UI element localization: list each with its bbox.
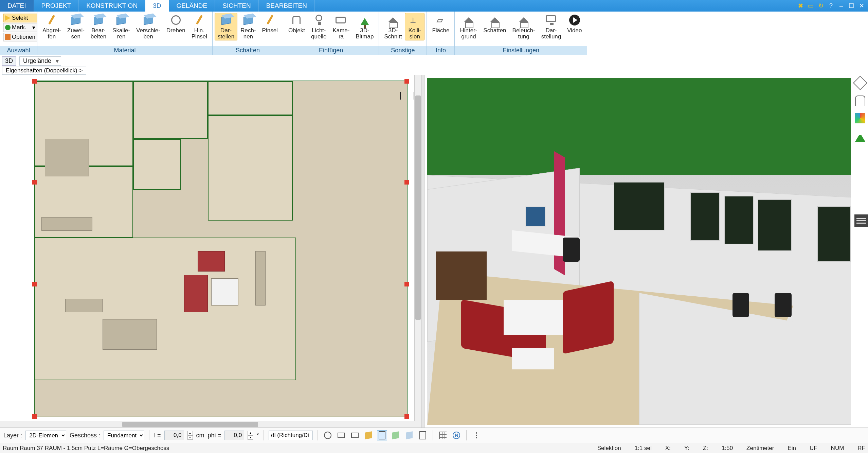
- vscrollbar[interactable]: [414, 75, 421, 421]
- north-icon[interactable]: N: [451, 430, 462, 440]
- room: [208, 115, 293, 221]
- help-icon[interactable]: ?: [827, 1, 835, 10]
- tab-konstruktion[interactable]: KONSTRUKTION: [79, 0, 145, 12]
- close-icon[interactable]: ✕: [857, 1, 866, 10]
- group-einfuegen-label: Einfügen: [283, 46, 379, 55]
- tab-bearbeiten[interactable]: BEARBEITEN: [259, 0, 315, 12]
- monitor-icon: [546, 15, 556, 22]
- length-spinner[interactable]: ▴▾: [187, 431, 193, 440]
- tab-3d[interactable]: 3D: [145, 0, 169, 12]
- palette-icon[interactable]: [855, 113, 865, 123]
- group-material-label: Material: [37, 46, 212, 55]
- group-auswahl-label: Auswahl: [0, 46, 37, 55]
- drehen-label: Drehen: [166, 28, 185, 34]
- layers-tool-icon[interactable]: [391, 430, 401, 440]
- properties-hint[interactable]: Eigenschaften (Doppelklick)->: [2, 67, 86, 75]
- flaeche-button[interactable]: ▱Fläche: [429, 13, 452, 34]
- dl-input[interactable]: [269, 431, 313, 440]
- selekt-button[interactable]: Selekt: [3, 14, 37, 22]
- abgreifen-label: Abgrei- fen: [42, 28, 61, 40]
- bitmap-button[interactable]: 3D- Bitmap: [352, 13, 377, 40]
- drehen-button[interactable]: Drehen: [163, 13, 188, 34]
- stack-icon[interactable]: [363, 430, 374, 440]
- pinsel-button[interactable]: Pinsel: [259, 13, 281, 34]
- sheet-icon[interactable]: [377, 430, 387, 440]
- rechnen-button[interactable]: Rech- nen: [237, 13, 259, 40]
- status-uf: UF: [810, 445, 817, 452]
- mark-button[interactable]: Mark.▾: [3, 23, 37, 32]
- geschoss-select[interactable]: Fundament: [104, 431, 144, 440]
- status-rf: RF: [857, 445, 865, 452]
- refresh-icon[interactable]: ↻: [816, 1, 825, 10]
- skalieren-button[interactable]: Skalie- ren: [109, 13, 133, 40]
- phi-input[interactable]: [224, 431, 244, 440]
- group-info-label: Info: [427, 46, 454, 55]
- room: [133, 139, 181, 190]
- status-y: Y:: [684, 445, 689, 452]
- view-3d-viewport[interactable]: [424, 75, 868, 428]
- cube-icon: [221, 15, 231, 25]
- phi-spinner[interactable]: ▴▾: [248, 431, 253, 440]
- objekt-button[interactable]: Objekt: [285, 13, 308, 34]
- tools-icon[interactable]: ✖: [796, 1, 805, 10]
- play-icon: [569, 15, 580, 25]
- vscroll-thumb[interactable]: [415, 95, 421, 320]
- layer-select[interactable]: 2D-Elemen: [25, 431, 66, 440]
- darstellung-button[interactable]: Dar- stellung: [538, 13, 564, 40]
- sheet2-icon[interactable]: [418, 430, 428, 440]
- hscroll-thumb[interactable]: [122, 422, 258, 427]
- tab-datei[interactable]: DATEI: [0, 0, 34, 12]
- clock-icon[interactable]: [323, 430, 333, 440]
- maximize-icon[interactable]: ☐: [847, 1, 856, 10]
- tab-sichten[interactable]: SICHTEN: [215, 0, 258, 12]
- minimize-icon[interactable]: –: [837, 1, 846, 10]
- pane-splitter[interactable]: [421, 75, 424, 428]
- length-input[interactable]: [164, 431, 184, 440]
- side-panel-handle[interactable]: [854, 214, 868, 227]
- bitmap-label: 3D- Bitmap: [356, 28, 374, 40]
- zuweisen-button[interactable]: Zuwei- sen: [64, 13, 88, 40]
- rotate-icon: [171, 15, 181, 25]
- hinpinsel-button[interactable]: Hin. Pinsel: [188, 13, 210, 40]
- marker: [32, 282, 37, 286]
- furniture-catalog-icon[interactable]: [855, 95, 865, 106]
- verschieben-button[interactable]: Verschie- ben: [133, 13, 163, 40]
- beleuchtung-label: Beleuch- tung: [512, 28, 535, 40]
- monitor-tool-icon[interactable]: [336, 430, 346, 440]
- layers-icon[interactable]: [853, 76, 867, 90]
- cursor-icon: [5, 15, 11, 21]
- schatten-settings-button[interactable]: Schatten: [480, 13, 509, 34]
- bearbeiten-button[interactable]: Bear- beiten: [88, 13, 109, 40]
- camera-tool-icon[interactable]: [350, 430, 360, 440]
- window-icon[interactable]: ▭: [806, 1, 815, 10]
- kamera-button[interactable]: Kame- ra: [329, 13, 352, 40]
- optionen-button[interactable]: Optionen: [3, 33, 37, 41]
- status-bar: Raum Raum 37 RAUM - 1.5cm Putz L=Räume G…: [0, 443, 868, 453]
- tab-projekt[interactable]: PROJEKT: [34, 0, 79, 12]
- darstellen-button[interactable]: Dar- stellen: [215, 13, 237, 40]
- lichtquelle-button[interactable]: Licht- quelle: [308, 13, 329, 40]
- terrain-combo[interactable]: Urgelände: [19, 56, 61, 66]
- schnitt-button[interactable]: 3D- Schnitt: [381, 13, 405, 40]
- vegetation-icon[interactable]: [855, 131, 865, 142]
- grid-icon[interactable]: [438, 430, 448, 440]
- abgreifen-button[interactable]: Abgrei- fen: [39, 13, 64, 40]
- video-button[interactable]: Video: [564, 13, 585, 34]
- plan-2d-viewport[interactable]: [0, 75, 421, 428]
- floor-plan: [34, 81, 408, 417]
- beleuchtung-button[interactable]: Beleuch- tung: [509, 13, 538, 40]
- hscrollbar[interactable]: [0, 421, 421, 428]
- plane-icon[interactable]: [404, 430, 414, 440]
- objekt-label: Objekt: [288, 28, 305, 34]
- hintergrund-button[interactable]: Hinter- grund: [457, 13, 480, 40]
- room: [208, 81, 293, 115]
- pinsel-label: Pinsel: [262, 28, 278, 34]
- more-icon[interactable]: [471, 430, 482, 440]
- work-area: [0, 75, 868, 428]
- group-sonstige-label: Sonstige: [379, 46, 427, 55]
- layer-label: Layer :: [3, 432, 22, 439]
- collision-icon: ⟂: [411, 15, 415, 25]
- schnitt-label: 3D- Schnitt: [384, 28, 402, 40]
- tab-gelaende[interactable]: GELÄNDE: [169, 0, 215, 12]
- kollision-button[interactable]: ⟂Kolli- sion: [405, 13, 424, 40]
